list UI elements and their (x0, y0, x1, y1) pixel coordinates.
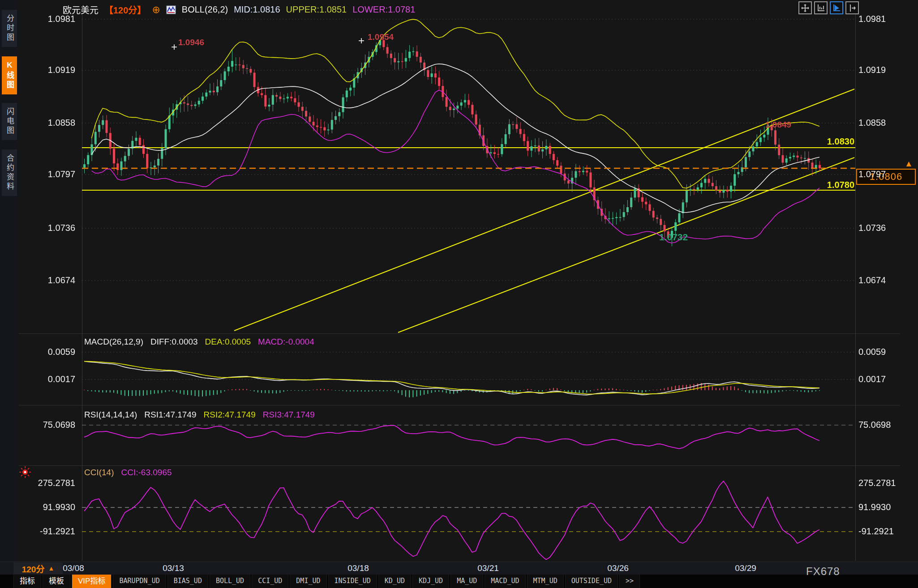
sidebar-item-4[interactable]: 合约资料 (2, 149, 17, 196)
macd-axis-tick-label: 0.0017 (858, 374, 886, 384)
toolbar-tab-boll-ud[interactable]: BOLL_UD (210, 575, 250, 588)
sidebar-item-1[interactable]: 分时图 (2, 10, 17, 47)
cci-axis-tick-label: 275.2781 (25, 478, 75, 488)
peak-price-label: 1.0946 (178, 38, 204, 47)
date-axis-label: 03/13 (163, 563, 184, 573)
period-label: 120分 (22, 562, 45, 575)
period-selector[interactable]: 120分 ▲ (13, 562, 63, 574)
macd-axis-tick-label: 0.0059 (858, 347, 886, 357)
main-axis-tick-label: 1.0981 (25, 14, 75, 24)
toolbar-tab--[interactable]: 指标 (13, 575, 41, 588)
support-level-label: 1.0780 (788, 180, 854, 190)
toolbar-tab--[interactable]: 模板 (43, 575, 70, 588)
low-price-label: 1.0732 (659, 232, 688, 243)
rsi-name: RSI(14,14,14) (84, 410, 137, 420)
chart-header: 欧元美元 【120分】 ⊕ BOLL(26,2) MID:1.0816 UPPE… (63, 3, 415, 16)
indicator-label: BOLL(26,2) (182, 4, 228, 15)
shift-chart-icon[interactable] (845, 1, 859, 14)
move-crosshair-icon[interactable] (798, 1, 812, 14)
date-axis-label: 03/18 (347, 563, 369, 573)
peak-cross-marker: + (358, 37, 365, 45)
indicator-select-icon[interactable] (19, 466, 31, 478)
toolbar-tab-vip-[interactable]: VIP指标 (72, 575, 112, 588)
recent-peak-label: 1.0849 (765, 120, 791, 130)
boll-mini-icon (166, 5, 176, 14)
cci-axis-tick-label: -91.2921 (858, 526, 894, 537)
indicator-toolbar: 指标模板VIP指标BARUPDN_UDBIAS_UDBOLL_UDCCI_UDD… (0, 575, 918, 588)
chart-canvas[interactable] (0, 0, 918, 588)
macd-dea-value: DEA:0.0005 (205, 337, 251, 347)
toolbar-tab-outside-ud[interactable]: OUTSIDE_UD (565, 575, 618, 588)
main-axis-tick-label: 1.0736 (25, 223, 75, 233)
cci-name: CCI(14) (84, 468, 114, 477)
rsi2-value: RSI2:47.1749 (204, 410, 256, 420)
chart-view-buttons (798, 1, 859, 14)
toolbar-tab-dmi-ud[interactable]: DMI_UD (290, 575, 326, 588)
main-axis-tick-label: 1.0858 (858, 118, 886, 128)
toolbar-tab-inside-ud[interactable]: INSIDE_UD (328, 575, 377, 588)
date-axis-label: 03/29 (735, 563, 756, 573)
toolbar-tab-cci-ud[interactable]: CCI_UD (252, 575, 288, 588)
main-axis-tick-label: 1.0674 (25, 275, 75, 285)
peak-cross-marker: + (171, 43, 177, 51)
cci-axis-tick-label: -91.2921 (25, 526, 75, 537)
toolbar-tab-macd-ud[interactable]: MACD_UD (485, 575, 525, 588)
boll-lower-value: LOWER:1.0781 (352, 4, 415, 15)
main-axis-tick-label: 1.0797 (858, 169, 886, 179)
rsi-pane-header: RSI(14,14,14) RSI1:47.1749 RSI2:47.1749 … (84, 410, 315, 420)
boll-mid-value: MID:1.0816 (234, 4, 280, 15)
watermark: FX678 (806, 565, 840, 578)
macd-macd-value: MACD:-0.0004 (258, 337, 314, 347)
play-chart-icon[interactable] (830, 1, 843, 14)
price-up-arrow-icon: ▲ (905, 159, 913, 169)
toolbar-tab-bias-ud[interactable]: BIAS_UD (167, 575, 208, 588)
period-tag: 【120分】 (104, 3, 146, 16)
rsi1-value: RSI1:47.1749 (144, 410, 196, 420)
peak-price-label: 1.0954 (368, 32, 394, 42)
cci-pane-header: CCI(14) CCI:-63.0965 (84, 468, 172, 477)
main-axis-tick-label: 1.0797 (25, 169, 75, 179)
trading-app-window: 分时图K线图闪电图合约资料 欧元美元 【120分】 ⊕ BOLL(26,2) M… (0, 0, 918, 588)
main-axis-tick-label: 1.0919 (25, 65, 75, 75)
left-sidebar: 分时图K线图闪电图合约资料 (0, 0, 19, 562)
cci-axis-tick-label: 275.2781 (858, 478, 896, 488)
macd-diff-value: DIFF:0.0003 (150, 337, 198, 347)
macd-name: MACD(26,12,9) (84, 337, 143, 347)
main-axis-tick-label: 1.0858 (25, 118, 75, 128)
date-axis-label: 03/08 (63, 563, 84, 573)
macd-pane-header: MACD(26,12,9) DIFF:0.0003 DEA:0.0005 MAC… (84, 337, 314, 347)
rsi-axis-tick-label: 75.0698 (25, 420, 75, 430)
toolbar-tab-kdj-ud[interactable]: KDJ_UD (412, 575, 449, 588)
rsi-axis-tick-label: 75.0698 (858, 420, 891, 430)
toolbar-tab-ma-ud[interactable]: MA_UD (450, 575, 483, 588)
date-axis-row (0, 562, 918, 575)
date-axis-label: 03/21 (477, 563, 499, 573)
cci-axis-tick-label: 91.9930 (858, 502, 891, 512)
axis-chart-icon[interactable] (814, 1, 828, 14)
main-axis-tick-label: 1.0674 (858, 275, 886, 285)
date-axis-label: 03/26 (607, 563, 629, 573)
rsi3-value: RSI3:47.1749 (263, 410, 315, 420)
main-axis-tick-label: 1.0919 (858, 65, 886, 75)
main-axis-tick-label: 1.0736 (858, 223, 886, 233)
cci-axis-tick-label: 91.9930 (25, 502, 75, 512)
resistance-level-label: 1.0830 (788, 136, 854, 147)
boll-upper-value: UPPER:1.0851 (286, 4, 347, 15)
macd-axis-tick-label: 0.0017 (25, 374, 75, 384)
sidebar-item-2[interactable]: K线图 (2, 56, 17, 94)
toolbar-tab-mtm-ud[interactable]: MTM_UD (527, 575, 564, 588)
toolbar-tab-barupdn-ud[interactable]: BARUPDN_UD (113, 575, 166, 588)
macd-axis-tick-label: 0.0059 (25, 347, 75, 357)
toolbar-tab--[interactable]: >> (619, 575, 640, 588)
cci-value: CCI:-63.0965 (121, 468, 172, 477)
sidebar-item-3[interactable]: 闪电图 (2, 103, 17, 140)
toolbar-tab-kd-ud[interactable]: KD_UD (378, 575, 411, 588)
period-dropdown-arrow: ▲ (48, 565, 54, 572)
main-axis-tick-label: 1.0981 (858, 14, 886, 24)
crosshair-toggle-icon[interactable]: ⊕ (152, 5, 160, 14)
